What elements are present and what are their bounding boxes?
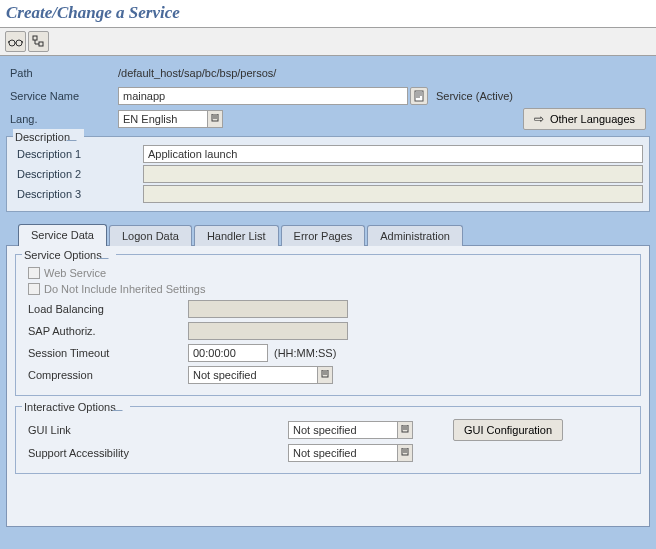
gui-link-value[interactable] [288,421,398,439]
session-timeout-label: Session Timeout [28,347,188,359]
gui-configuration-label: GUI Configuration [464,424,552,436]
support-accessibility-label: Support Accessibility [28,447,288,459]
dropdown-icon[interactable] [397,421,413,439]
do-not-include-label: Do Not Include Inherited Settings [44,283,205,295]
tabs: Service Data Logon Data Handler List Err… [6,222,650,245]
description-legend: Description [15,131,70,143]
other-languages-button[interactable]: ⇨ Other Languages [523,108,646,130]
service-name-label: Service Name [6,87,118,105]
tab-administration[interactable]: Administration [367,225,463,246]
svg-rect-1 [39,42,43,46]
compression-label: Compression [28,369,188,381]
description-group: Description Description 1 Description 2 … [6,136,650,212]
page-title: Create/Change a Service [0,0,656,28]
arrow-right-icon: ⇨ [534,112,544,126]
lang-label: Lang. [6,110,118,128]
tab-logon-data[interactable]: Logon Data [109,225,192,246]
description2-input[interactable] [143,165,643,183]
load-balancing-input[interactable] [188,300,348,318]
tab-panel: Service Options Web Service Do Not Inclu… [6,245,650,527]
lang-select[interactable] [118,110,223,128]
session-timeout-input[interactable] [188,344,268,362]
tab-error-pages[interactable]: Error Pages [281,225,366,246]
description3-input[interactable] [143,185,643,203]
service-options-group: Service Options Web Service Do Not Inclu… [15,254,641,396]
gui-configuration-button[interactable]: GUI Configuration [453,419,563,441]
description2-label: Description 2 [13,165,143,183]
toolbar [0,28,656,56]
sap-authoriz-label: SAP Authoriz. [28,325,188,337]
description1-input[interactable] [143,145,643,163]
tab-service-data[interactable]: Service Data [18,224,107,246]
interactive-options-group: Interactive Options GUI Link GUI Configu… [15,406,641,474]
support-accessibility-select[interactable] [288,444,413,462]
gui-link-select[interactable] [288,421,413,439]
lang-value[interactable] [118,110,208,128]
glasses-icon[interactable] [5,31,26,52]
path-label: Path [6,64,118,82]
web-service-label: Web Service [44,267,106,279]
service-name-input[interactable] [118,87,408,105]
interactive-options-legend: Interactive Options [24,401,116,413]
main-area: Path /default_host/sap/bc/bsp/persos/ Se… [0,56,656,549]
load-balancing-label: Load Balancing [28,303,188,315]
service-help-icon[interactable] [410,87,428,105]
service-options-legend: Service Options [24,249,102,261]
support-accessibility-value[interactable] [288,444,398,462]
dropdown-icon[interactable] [317,366,333,384]
other-languages-label: Other Languages [550,113,635,125]
path-value: /default_host/sap/bc/bsp/persos/ [118,67,276,79]
description3-label: Description 3 [13,185,143,203]
compression-select[interactable] [188,366,333,384]
dropdown-icon[interactable] [397,444,413,462]
web-service-checkbox [28,267,40,279]
service-status: Service (Active) [436,90,513,102]
description1-label: Description 1 [13,145,143,163]
dropdown-icon[interactable] [207,110,223,128]
svg-rect-0 [33,36,37,40]
compression-value[interactable] [188,366,318,384]
sap-authoriz-input[interactable] [188,322,348,340]
gui-link-label: GUI Link [28,424,288,436]
tab-handler-list[interactable]: Handler List [194,225,279,246]
session-timeout-hint: (HH:MM:SS) [274,347,336,359]
do-not-include-checkbox [28,283,40,295]
tree-icon[interactable] [28,31,49,52]
